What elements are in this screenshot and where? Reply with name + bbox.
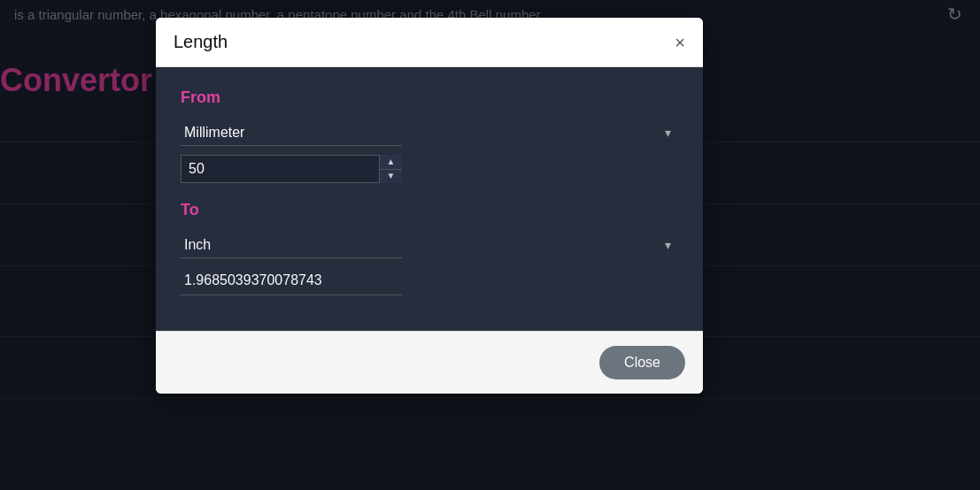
close-button[interactable]: Close	[599, 346, 685, 379]
length-converter-modal: Length × From Millimeter Centimeter Mete…	[156, 18, 703, 394]
from-unit-dropdown-wrapper: Millimeter Centimeter Meter Kilometer In…	[181, 119, 678, 146]
from-unit-chevron-icon: ▾	[665, 126, 671, 140]
to-unit-dropdown-wrapper: Inch Centimeter Meter Kilometer Foot Yar…	[181, 232, 678, 258]
spinner-buttons: ▲ ▼	[379, 155, 402, 183]
to-label: To	[181, 201, 678, 219]
to-unit-chevron-icon: ▾	[665, 238, 671, 252]
spinner-down-button[interactable]: ▼	[380, 170, 402, 184]
modal-body: From Millimeter Centimeter Meter Kilomet…	[156, 67, 703, 331]
from-value-input[interactable]	[181, 155, 402, 183]
modal-header: Length ×	[156, 18, 703, 67]
from-label: From	[181, 88, 678, 107]
spinner-up-button[interactable]: ▲	[380, 155, 402, 170]
from-value-wrapper: ▲ ▼	[181, 155, 402, 183]
modal-footer: Close	[156, 331, 703, 394]
modal-close-x-button[interactable]: ×	[675, 34, 685, 51]
result-value: 1.9685039370078743	[181, 267, 402, 295]
from-unit-select[interactable]: Millimeter Centimeter Meter Kilometer In…	[181, 119, 402, 146]
to-unit-select[interactable]: Inch Centimeter Meter Kilometer Foot Yar…	[181, 232, 402, 258]
modal-title: Length	[174, 32, 228, 52]
